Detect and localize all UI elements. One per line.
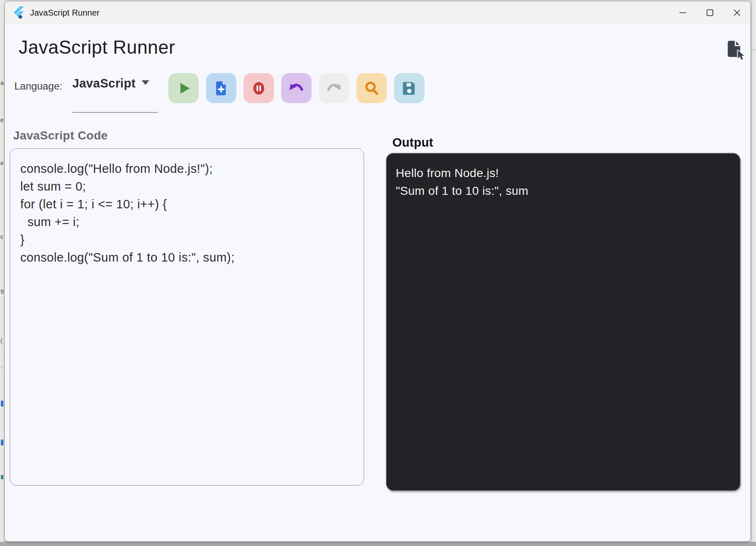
output-console: Hello from Node.js!"Sum of 1 to 10 is:",…	[386, 153, 740, 490]
undo-icon	[287, 79, 306, 98]
code-editor[interactable]: console.log("Hello from Node.js!");let s…	[10, 148, 364, 486]
undo-button[interactable]	[281, 73, 312, 103]
search-button[interactable]	[356, 73, 387, 103]
page-title: JavaScript Runner	[19, 37, 175, 58]
app-window: JavaScript Runner JavaScript Runner Lang…	[4, 1, 751, 542]
close-button[interactable]	[723, 1, 751, 24]
chevron-down-icon	[142, 80, 149, 85]
background-window-left-edge: a e e c 9 ( .	[0, 0, 4, 542]
code-line: console.log("Hello from Node.js!");	[20, 160, 353, 177]
dropdown-underline	[72, 112, 158, 113]
maximize-button[interactable]	[696, 1, 723, 24]
new-file-icon	[212, 79, 230, 98]
save-button[interactable]	[394, 73, 425, 103]
flutter-logo-icon	[13, 6, 25, 19]
redo-icon	[324, 79, 344, 98]
code-line: sum += i;	[20, 213, 353, 231]
minimize-button[interactable]	[669, 1, 696, 24]
redo-button[interactable]	[319, 73, 349, 103]
new-file-button[interactable]	[206, 73, 236, 103]
output-line: "Sum of 1 to 10 is:", sum	[396, 182, 731, 200]
code-line: }	[20, 231, 353, 248]
background-window-right-edge	[752, 0, 756, 542]
stop-button[interactable]	[244, 73, 274, 103]
output-label: Output	[392, 136, 433, 150]
background-icon-fragment	[1, 475, 3, 479]
code-line: let sum = 0;	[20, 177, 353, 195]
output-line: Hello from Node.js!	[396, 164, 731, 182]
file-cursor-icon[interactable]	[723, 38, 745, 62]
background-text-fragment: .	[0, 363, 2, 369]
background-text-fragment: e	[0, 117, 4, 123]
play-icon	[174, 79, 193, 98]
save-icon	[400, 79, 419, 98]
background-text-fragment: 9	[0, 288, 4, 295]
language-select[interactable]: JavaScript	[72, 76, 158, 112]
app-content: JavaScript Runner Language: JavaScript	[5, 24, 751, 542]
desktop-bottom-edge	[0, 542, 756, 546]
code-line: for (let i = 1; i <= 10; i++) {	[20, 195, 353, 213]
code-line: console.log("Sum of 1 to 10 is:", sum);	[20, 248, 353, 266]
background-text-fragment: e	[0, 160, 4, 167]
pause-icon	[249, 78, 268, 98]
language-selected-value: JavaScript	[72, 76, 136, 90]
titlebar: JavaScript Runner	[5, 1, 751, 24]
language-label: Language:	[14, 80, 62, 92]
background-text-fragment: (	[0, 337, 3, 344]
background-text-fragment: c	[0, 233, 3, 240]
background-icon-fragment	[1, 401, 3, 407]
background-icon-fragment	[1, 440, 3, 445]
run-button[interactable]	[168, 73, 199, 103]
window-title: JavaScript Runner	[30, 8, 100, 18]
search-icon	[362, 79, 381, 98]
toolbar	[168, 73, 425, 103]
background-text-fragment: a	[0, 79, 4, 86]
code-editor-label: JavaScript Code	[13, 129, 108, 142]
